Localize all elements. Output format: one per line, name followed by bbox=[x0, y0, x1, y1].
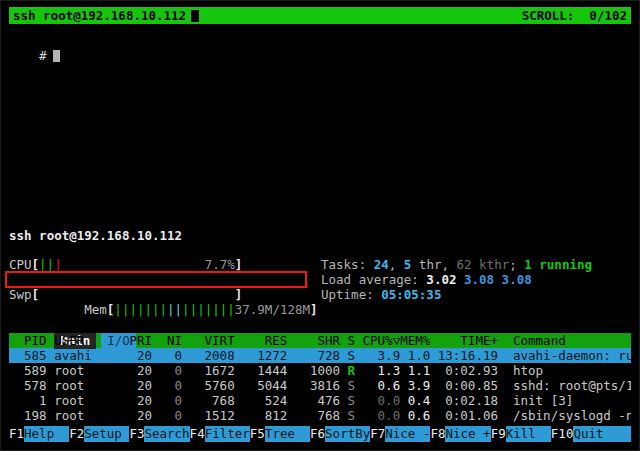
mem-meter-label: Mem bbox=[84, 302, 107, 317]
process-cell-pid: 578 bbox=[9, 378, 47, 393]
fkey-f10[interactable]: F10Quit bbox=[551, 426, 619, 442]
shell-prompt-line: # bbox=[9, 33, 631, 48]
process-cell-pri: 20 bbox=[129, 363, 152, 378]
process-cell-mem: 3.9 bbox=[400, 378, 430, 393]
fkey-f1[interactable]: F1Help bbox=[9, 426, 69, 442]
stats-column: Tasks: 24, 5 thr, 62 kthr; 1 running Loa… bbox=[321, 257, 631, 302]
process-table-body: 585avahi20020081272728S3.91.013:16.19ava… bbox=[9, 348, 631, 423]
column-header-pid[interactable]: PID bbox=[9, 333, 47, 348]
fkey-f3[interactable]: F3Search bbox=[129, 426, 189, 442]
process-cell-ni: 0 bbox=[159, 393, 182, 408]
column-header-shr[interactable]: SHR bbox=[295, 333, 340, 348]
process-cell-cmd: htop bbox=[513, 363, 631, 378]
process-cell-res: 1444 bbox=[242, 363, 287, 378]
process-cell-time: 13:16.19 bbox=[438, 348, 498, 363]
load-average-line: Load average: 3.023.083.08 bbox=[321, 272, 631, 287]
process-cell-pid: 585 bbox=[9, 348, 47, 363]
fkey-number: F2 bbox=[69, 426, 84, 442]
top-pane-title: ssh root@192.168.10.112 bbox=[13, 8, 186, 23]
process-cell-time: 0:02.93 bbox=[438, 363, 498, 378]
column-header-user[interactable]: USER bbox=[54, 333, 122, 348]
cpu-meter-label: CPU bbox=[9, 257, 32, 272]
htop-meters-and-stats: CPU[|||7.7%] Mem[||||||||||||||||37.9M/1… bbox=[9, 257, 631, 302]
process-row[interactable]: 578root200576050443816S0.63.90:00.85sshd… bbox=[9, 378, 631, 393]
meters-column: CPU[|||7.7%] Mem[||||||||||||||||37.9M/1… bbox=[9, 257, 321, 302]
load-1min: 3.02 bbox=[426, 272, 456, 287]
process-cell-virt: 1512 bbox=[190, 408, 235, 423]
load-5min: 3.08 bbox=[464, 272, 494, 287]
process-cell-ni: 0 bbox=[159, 348, 182, 363]
fkey-f9[interactable]: F9Kill bbox=[491, 426, 551, 442]
process-cell-mem: 1.1 bbox=[400, 363, 430, 378]
column-header-pri[interactable]: PRI bbox=[129, 333, 152, 348]
process-cell-time: 0:01.06 bbox=[438, 408, 498, 423]
process-cell-cmd: sshd: root@pts/1 bbox=[513, 378, 631, 393]
process-row[interactable]: 1root200768524476S0.00.40:02.18init [3] bbox=[9, 393, 631, 408]
column-header-ni[interactable]: NI bbox=[159, 333, 182, 348]
fkey-f7[interactable]: F7Nice - bbox=[370, 426, 430, 442]
meter-open-bracket: [ bbox=[107, 302, 115, 317]
terminal-window: ssh root@192.168.10.112 SCROLL: 0/102 # … bbox=[0, 0, 640, 451]
fkey-f8[interactable]: F8Nice + bbox=[430, 426, 490, 442]
fkey-number: F6 bbox=[310, 426, 325, 442]
process-cell-cmd: init [3] bbox=[513, 393, 631, 408]
process-cell-virt: 5760 bbox=[190, 378, 235, 393]
process-row[interactable]: 589root200167214441000R1.31.10:02.93htop bbox=[9, 363, 631, 378]
fkey-label: Kill bbox=[506, 426, 551, 442]
fkey-label: Nice + bbox=[445, 426, 490, 442]
column-header-mem[interactable]: MEM% bbox=[400, 333, 430, 348]
process-table-header: PIDUSERPRINIVIRTRESSHRSCPU%▽MEM%TIME+Com… bbox=[9, 333, 631, 348]
tasks-kthread: 62 kthr bbox=[457, 257, 510, 272]
uptime-label: Uptime: bbox=[321, 287, 381, 302]
mem-meter-value: 37.9M/128M bbox=[235, 302, 310, 317]
fkey-label: Tree bbox=[265, 426, 310, 442]
fkey-f2[interactable]: F2Setup bbox=[69, 426, 129, 442]
process-cell-cpu: 3.9 bbox=[363, 348, 401, 363]
process-cell-res: 524 bbox=[242, 393, 287, 408]
fkey-number: F3 bbox=[129, 426, 144, 442]
fkey-label: Search bbox=[144, 426, 189, 442]
process-cell-time: 0:02.18 bbox=[438, 393, 498, 408]
meter-close-bracket: ] bbox=[235, 257, 243, 272]
column-header-res[interactable]: RES bbox=[242, 333, 287, 348]
top-pane-titlebar: ssh root@192.168.10.112 SCROLL: 0/102 bbox=[9, 7, 631, 24]
process-cell-pid: 589 bbox=[9, 363, 47, 378]
process-cell-user: root bbox=[54, 408, 122, 423]
process-cell-cpu: 0.0 bbox=[363, 408, 401, 423]
tasks-thread-label: thr, bbox=[411, 257, 456, 272]
process-cell-shr: 728 bbox=[295, 348, 340, 363]
function-key-bar: F1HelpF2SetupF3SearchF4FilterF5TreeF6Sor… bbox=[9, 426, 631, 442]
meter-close-bracket: ] bbox=[235, 287, 243, 302]
cpu-meter-bars: ||| bbox=[39, 257, 62, 272]
process-cell-shr: 476 bbox=[295, 393, 340, 408]
process-cell-cpu: 0.0 bbox=[363, 393, 401, 408]
column-header-time[interactable]: TIME+ bbox=[438, 333, 498, 348]
process-row[interactable]: 585avahi20020081272728S3.91.013:16.19ava… bbox=[9, 348, 631, 363]
fkey-f6[interactable]: F6SortBy bbox=[310, 426, 370, 442]
tasks-count: 24 bbox=[374, 257, 389, 272]
column-header-cpu[interactable]: CPU%▽ bbox=[363, 333, 401, 348]
process-cell-shr: 3816 bbox=[295, 378, 340, 393]
column-header-virt[interactable]: VIRT bbox=[190, 333, 235, 348]
swp-meter-label: Swp bbox=[9, 287, 32, 302]
fkey-label: Filter bbox=[205, 426, 250, 442]
process-cell-virt: 768 bbox=[190, 393, 235, 408]
fkey-f4[interactable]: F4Filter bbox=[190, 426, 250, 442]
bottom-pane-title: ssh root@192.168.10.112 bbox=[9, 228, 631, 243]
fkey-label: SortBy bbox=[325, 426, 370, 442]
meter-open-bracket: [ bbox=[32, 257, 40, 272]
process-row[interactable]: 198root2001512812768S0.00.60:01.06/sbin/… bbox=[9, 408, 631, 423]
fkey-f5[interactable]: F5Tree bbox=[250, 426, 310, 442]
process-cell-user: root bbox=[54, 378, 122, 393]
footer-filler bbox=[619, 426, 631, 442]
empty-terminal-area bbox=[9, 48, 631, 228]
process-cell-state: S bbox=[348, 408, 356, 423]
process-cell-shr: 768 bbox=[295, 408, 340, 423]
prompt-symbol: # bbox=[39, 48, 47, 63]
tasks-sep: , bbox=[389, 257, 404, 272]
fkey-number: F9 bbox=[491, 426, 506, 442]
meter-bar-segment: | bbox=[54, 257, 62, 272]
column-header-state[interactable]: S bbox=[348, 333, 356, 348]
column-header-cmd[interactable]: Command bbox=[513, 333, 631, 348]
fkey-number: F8 bbox=[430, 426, 445, 442]
